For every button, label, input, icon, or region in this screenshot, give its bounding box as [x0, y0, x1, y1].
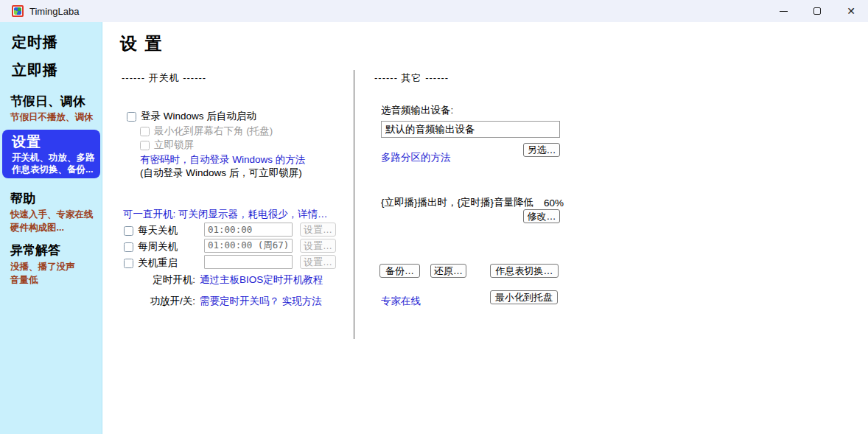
titlebar: TimingLaba ✕	[0, 0, 868, 22]
timed-boot-link-row: 通过主板BIOS定时开机教程	[200, 273, 323, 287]
close-icon: ✕	[847, 6, 855, 16]
other-section-header: ------ 其它 ------	[374, 71, 449, 85]
password-note-row: (自动登录 Windows 后，可立即锁屏)	[140, 167, 302, 180]
restore-button[interactable]: 还原…	[430, 264, 466, 278]
daily-shutdown-checkbox[interactable]	[124, 226, 133, 236]
minimize-icon	[780, 11, 788, 12]
section-divider	[354, 70, 354, 339]
lock-label: 立即锁屏	[154, 139, 194, 152]
close-button[interactable]: ✕	[834, 0, 868, 22]
maximize-button[interactable]	[800, 0, 834, 22]
password-link-row: 有密码时，自动登录 Windows 的方法	[140, 153, 305, 167]
multiroute-link[interactable]: 多路分区的方法	[381, 151, 451, 164]
weekly-shutdown-label: 每周关机	[138, 240, 178, 253]
daily-shutdown-label: 每天关机	[138, 224, 178, 237]
daily-shutdown-settings-button[interactable]: 设置…	[300, 223, 336, 237]
lock-checkbox[interactable]	[140, 141, 150, 150]
amp-link-row: 需要定时开关吗？ 实现方法	[200, 295, 322, 308]
expert-online-link[interactable]: 专家在线	[381, 295, 421, 308]
ducking-value: 60%	[544, 197, 564, 209]
restart-row: 关机重启	[124, 256, 178, 270]
password-autologin-link[interactable]: 有密码时，自动登录 Windows 的方法	[140, 153, 305, 167]
always-on-link[interactable]: 可一直开机: 可关闭显示器，耗电很少，详情…	[123, 208, 328, 221]
minimize-button[interactable]	[766, 0, 800, 22]
restart-time-input[interactable]	[204, 255, 293, 269]
page-title: 设 置	[120, 32, 163, 55]
restart-label: 关机重启	[138, 256, 178, 270]
weekly-shutdown-time-input[interactable]	[204, 239, 293, 253]
always-on-row: 可一直开机: 可关闭显示器，耗电很少，详情…	[123, 208, 328, 221]
autostart-label: 登录 Windows 后自动启动	[141, 110, 256, 123]
tray-label: 最小化到屏幕右下角 (托盘)	[154, 125, 273, 138]
weekly-shutdown-settings-button[interactable]: 设置…	[300, 239, 336, 253]
amp-label: 功放开/关:	[122, 295, 195, 308]
modify-ducking-button[interactable]: 修改…	[523, 209, 560, 223]
backup-button[interactable]: 备份…	[379, 264, 420, 278]
sidebar-item-timed-play[interactable]: 定时播	[12, 32, 58, 52]
app-icon	[12, 5, 24, 17]
timed-boot-label: 定时开机:	[122, 273, 195, 287]
minimize-to-tray-button[interactable]: 最小化到托盘	[490, 290, 558, 304]
sidebar: 定时播 立即播 节假日、调休 节假日不播放、调休 设置 开关机、功放、多路 作息…	[0, 22, 102, 434]
power-section-header: ------ 开关机 ------	[122, 71, 206, 85]
bios-boot-tutorial-link[interactable]: 通过主板BIOS定时开机教程	[200, 273, 323, 287]
lock-row: 立即锁屏	[140, 139, 194, 152]
sidebar-item-settings[interactable]: 设置 开关机、功放、多路 作息表切换、备份...	[2, 130, 100, 178]
audio-device-input[interactable]	[381, 121, 560, 138]
maximize-icon	[813, 7, 821, 15]
sidebar-item-instant-play[interactable]: 立即播	[12, 60, 58, 80]
weekly-shutdown-row: 每周关机	[124, 240, 178, 253]
tray-checkbox[interactable]	[140, 127, 150, 136]
expert-row: 专家在线	[381, 295, 421, 308]
app-title: TimingLaba	[29, 6, 79, 17]
choose-audio-button[interactable]: 另选…	[523, 143, 560, 157]
tray-row: 最小化到屏幕右下角 (托盘)	[140, 125, 273, 138]
daily-shutdown-time-input[interactable]	[204, 223, 293, 237]
daily-shutdown-row: 每天关机	[124, 224, 178, 237]
restart-settings-button[interactable]: 设置…	[300, 255, 336, 269]
amp-timer-link[interactable]: 需要定时开关吗？ 实现方法	[200, 295, 322, 308]
restart-checkbox[interactable]	[124, 259, 133, 268]
autostart-row: 登录 Windows 后自动启动	[127, 110, 256, 123]
autostart-checkbox[interactable]	[127, 112, 136, 122]
multiroute-row: 多路分区的方法	[381, 151, 451, 164]
weekly-shutdown-checkbox[interactable]	[124, 242, 133, 252]
password-note: (自动登录 Windows 后，可立即锁屏)	[140, 167, 302, 180]
ducking-text: {立即播}播出时，{定时播}音量降低	[381, 196, 533, 209]
ducking-row: {立即播}播出时，{定时播}音量降低 60%	[381, 196, 564, 209]
app-window: TimingLaba ✕ 定时播 立即播 节假日、调休 节假日不播放、调休 设置…	[0, 0, 868, 434]
audio-device-label: 选音频输出设备:	[381, 104, 453, 117]
schedule-switch-button[interactable]: 作息表切换…	[490, 264, 559, 278]
